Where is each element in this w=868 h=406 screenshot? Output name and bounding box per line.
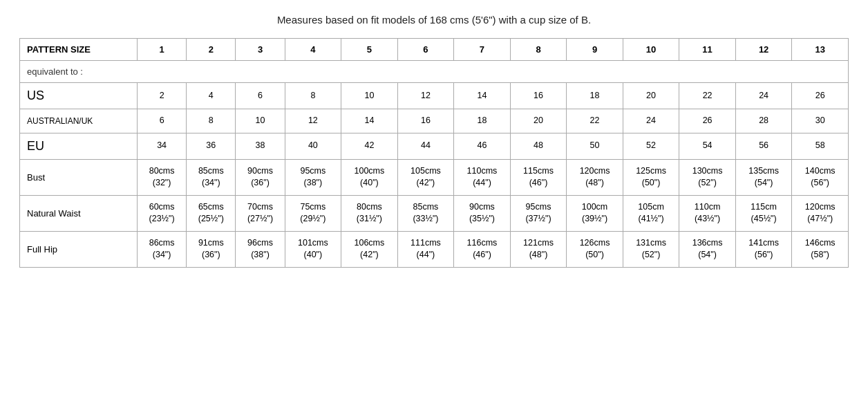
cell-r5-c10: 136cms(54"): [679, 231, 736, 267]
cell-r3-c9: 125cms(50"): [623, 159, 679, 195]
cell-r0-c0: 2: [138, 83, 187, 109]
row-label-3: Bust: [20, 159, 138, 195]
cell-r0-c6: 14: [454, 83, 511, 109]
cell-r2-c0: 34: [138, 133, 187, 159]
cell-r5-c3: 101cms(40"): [285, 231, 341, 267]
cell-r5-c2: 96cms(38"): [236, 231, 285, 267]
cell-r5-c12: 146cms(58"): [792, 231, 849, 267]
cell-r3-c8: 120cms(48"): [567, 159, 623, 195]
main-container: Measures based on fit models of 168 cms …: [19, 14, 849, 268]
cell-r1-c2: 10: [236, 109, 285, 133]
size-3-header: 3: [236, 39, 285, 61]
data-row-2: EU34363840424446485052545658: [20, 133, 849, 159]
size-4-header: 4: [285, 39, 341, 61]
cell-r0-c3: 8: [285, 83, 341, 109]
cell-r0-c8: 18: [567, 83, 623, 109]
cell-r4-c2: 70cms(27½"): [236, 195, 285, 231]
cell-r0-c4: 10: [341, 83, 398, 109]
cell-r0-c12: 26: [792, 83, 849, 109]
cell-r4-c5: 85cms(33½"): [397, 195, 454, 231]
equiv-label: equivalent to :: [20, 61, 849, 83]
header-row: PATTERN SIZE 1 2 3 4 5 6 7 8 9 10 11 12 …: [20, 39, 849, 61]
row-label-1: AUSTRALIAN/UK: [20, 109, 138, 133]
cell-r3-c3: 95cms(38"): [285, 159, 341, 195]
cell-r0-c1: 4: [187, 83, 236, 109]
cell-r1-c11: 28: [735, 109, 792, 133]
pattern-size-header: PATTERN SIZE: [20, 39, 138, 61]
size-1-header: 1: [138, 39, 187, 61]
cell-r5-c6: 116cms(46"): [454, 231, 511, 267]
size-6-header: 6: [397, 39, 454, 61]
cell-r0-c11: 24: [735, 83, 792, 109]
cell-r2-c4: 42: [341, 133, 398, 159]
cell-r3-c1: 85cms(34"): [187, 159, 236, 195]
cell-r4-c12: 120cms(47½"): [792, 195, 849, 231]
cell-r1-c3: 12: [285, 109, 341, 133]
cell-r5-c11: 141cms(56"): [735, 231, 792, 267]
cell-r2-c2: 38: [236, 133, 285, 159]
cell-r2-c12: 58: [792, 133, 849, 159]
size-9-header: 9: [567, 39, 623, 61]
cell-r1-c12: 30: [792, 109, 849, 133]
cell-r3-c11: 135cms(54"): [735, 159, 792, 195]
cell-r3-c4: 100cms(40"): [341, 159, 398, 195]
size-11-header: 11: [679, 39, 736, 61]
cell-r4-c1: 65cms(25½"): [187, 195, 236, 231]
equiv-row: equivalent to :: [20, 61, 849, 83]
cell-r5-c0: 86cms(34"): [138, 231, 187, 267]
cell-r3-c6: 110cms(44"): [454, 159, 511, 195]
cell-r0-c7: 16: [510, 83, 567, 109]
row-label-0: US: [20, 83, 138, 109]
size-12-header: 12: [735, 39, 792, 61]
size-8-header: 8: [510, 39, 567, 61]
cell-r1-c9: 24: [623, 109, 679, 133]
data-row-5: Full Hip86cms(34")91cms(36")96cms(38")10…: [20, 231, 849, 267]
cell-r3-c2: 90cms(36"): [236, 159, 285, 195]
cell-r0-c9: 20: [623, 83, 679, 109]
cell-r0-c5: 12: [397, 83, 454, 109]
cell-r0-c10: 22: [679, 83, 736, 109]
cell-r5-c9: 131cms(52"): [623, 231, 679, 267]
cell-r3-c0: 80cms(32"): [138, 159, 187, 195]
row-label-5: Full Hip: [20, 231, 138, 267]
cell-r3-c7: 115cms(46"): [510, 159, 567, 195]
page-title: Measures based on fit models of 168 cms …: [19, 14, 849, 26]
data-row-4: Natural Waist60cms(23½")65cms(25½")70cms…: [20, 195, 849, 231]
cell-r2-c10: 54: [679, 133, 736, 159]
cell-r1-c4: 14: [341, 109, 398, 133]
cell-r2-c5: 44: [397, 133, 454, 159]
cell-r5-c4: 106cms(42"): [341, 231, 398, 267]
cell-r4-c9: 105cm(41½"): [623, 195, 679, 231]
cell-r1-c0: 6: [138, 109, 187, 133]
cell-r1-c6: 18: [454, 109, 511, 133]
cell-r0-c2: 6: [236, 83, 285, 109]
size-5-header: 5: [341, 39, 398, 61]
cell-r2-c3: 40: [285, 133, 341, 159]
cell-r1-c1: 8: [187, 109, 236, 133]
cell-r4-c11: 115cm(45½"): [735, 195, 792, 231]
cell-r2-c9: 52: [623, 133, 679, 159]
cell-r4-c10: 110cm(43½"): [679, 195, 736, 231]
cell-r1-c7: 20: [510, 109, 567, 133]
cell-r3-c12: 140cms(56"): [792, 159, 849, 195]
size-2-header: 2: [187, 39, 236, 61]
cell-r1-c10: 26: [679, 109, 736, 133]
cell-r1-c5: 16: [397, 109, 454, 133]
cell-r3-c5: 105cms(42"): [397, 159, 454, 195]
cell-r4-c3: 75cms(29½"): [285, 195, 341, 231]
data-row-1: AUSTRALIAN/UK681012141618202224262830: [20, 109, 849, 133]
cell-r5-c5: 111cms(44"): [397, 231, 454, 267]
table-body: equivalent to : US2468101214161820222426…: [20, 61, 849, 268]
size-chart-table: PATTERN SIZE 1 2 3 4 5 6 7 8 9 10 11 12 …: [19, 38, 849, 268]
size-13-header: 13: [792, 39, 849, 61]
data-row-0: US2468101214161820222426: [20, 83, 849, 109]
size-10-header: 10: [623, 39, 679, 61]
data-row-3: Bust80cms(32")85cms(34")90cms(36")95cms(…: [20, 159, 849, 195]
cell-r2-c8: 50: [567, 133, 623, 159]
cell-r1-c8: 22: [567, 109, 623, 133]
cell-r2-c11: 56: [735, 133, 792, 159]
cell-r5-c8: 126cms(50"): [567, 231, 623, 267]
cell-r5-c7: 121cms(48"): [510, 231, 567, 267]
cell-r2-c1: 36: [187, 133, 236, 159]
row-label-2: EU: [20, 133, 138, 159]
